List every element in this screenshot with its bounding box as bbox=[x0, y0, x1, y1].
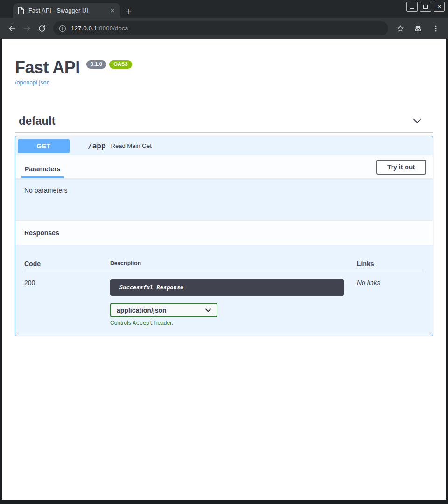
responses-table-header: Code Description Links bbox=[24, 245, 424, 272]
method-badge-get: GET bbox=[18, 139, 70, 153]
menu-dots-icon[interactable] bbox=[428, 21, 443, 36]
minimize-icon bbox=[410, 8, 414, 9]
chevron-down-icon[interactable] bbox=[413, 118, 422, 124]
version-badge: 0.1.0 bbox=[86, 60, 106, 69]
try-it-out-button[interactable]: Try it out bbox=[376, 160, 426, 175]
tab-title: Fast API - Swagger UI bbox=[28, 7, 105, 14]
column-header-code: Code bbox=[24, 260, 110, 267]
response-links: No links bbox=[357, 279, 424, 326]
browser-tab[interactable]: Fast API - Swagger UI ✕ bbox=[13, 3, 120, 18]
media-type-value: application/json bbox=[117, 307, 167, 314]
column-header-links: Links bbox=[357, 260, 424, 267]
address-bar[interactable]: 127.0.0.1:8000/docs bbox=[53, 21, 388, 35]
table-row: 200 Successful Response application/json bbox=[24, 272, 424, 326]
document-icon bbox=[18, 7, 24, 14]
browser-titlebar: Fast API - Swagger UI ✕ + ✕ bbox=[0, 0, 448, 18]
window-controls: ✕ bbox=[406, 2, 445, 12]
window-bottom-frame bbox=[0, 500, 448, 504]
bookmark-star-icon[interactable] bbox=[393, 21, 408, 36]
response-code: 200 bbox=[24, 279, 110, 326]
operation-summary[interactable]: GET /app Read Main Get bbox=[15, 136, 433, 155]
responses-table: Code Description Links 200 Successful Re… bbox=[15, 245, 433, 336]
accept-header-hint: Controls Accept header. bbox=[110, 320, 357, 326]
maximize-button[interactable] bbox=[420, 2, 431, 12]
response-description-box: Successful Response bbox=[110, 279, 344, 296]
maximize-icon bbox=[423, 5, 428, 9]
page-content: Fast API 0.1.0 OAS3 /openapi.json defaul… bbox=[2, 39, 446, 500]
badges: 0.1.0 OAS3 bbox=[86, 60, 132, 69]
operation-path: /app bbox=[88, 141, 106, 150]
tag-section-default[interactable]: default bbox=[15, 114, 433, 133]
url-host: 127.0.0.1 bbox=[71, 25, 97, 32]
url-path: :8000/docs bbox=[97, 25, 128, 32]
back-button[interactable] bbox=[5, 21, 20, 36]
parameters-header: Parameters Try it out bbox=[15, 155, 433, 179]
incognito-icon[interactable] bbox=[411, 21, 426, 36]
description-cell: Successful Response application/json Con… bbox=[110, 279, 357, 326]
tag-title: default bbox=[19, 114, 56, 127]
browser-toolbar: 127.0.0.1:8000/docs bbox=[0, 18, 448, 39]
operation-description: Read Main Get bbox=[111, 142, 152, 149]
forward-button[interactable] bbox=[20, 21, 35, 36]
tab-close-icon[interactable]: ✕ bbox=[109, 7, 116, 14]
select-chevron-icon bbox=[205, 308, 211, 312]
column-header-description: Description bbox=[110, 260, 357, 267]
minimize-button[interactable] bbox=[406, 2, 418, 12]
tab-parameters[interactable]: Parameters bbox=[21, 165, 64, 178]
new-tab-button[interactable]: + bbox=[123, 5, 135, 17]
media-type-select[interactable]: application/json bbox=[110, 303, 217, 317]
toolbar-actions bbox=[393, 21, 443, 36]
opblock-get-app: GET /app Read Main Get Parameters Try it… bbox=[15, 136, 433, 336]
openapi-spec-link[interactable]: /openapi.json bbox=[15, 79, 49, 86]
accept-code: Accept bbox=[133, 320, 153, 326]
no-parameters-text: No parameters bbox=[15, 179, 433, 220]
api-info: Fast API 0.1.0 OAS3 bbox=[15, 59, 433, 76]
site-info-icon[interactable] bbox=[59, 25, 66, 32]
responses-header: Responses bbox=[15, 220, 433, 245]
close-button[interactable]: ✕ bbox=[434, 2, 445, 12]
url-text: 127.0.0.1:8000/docs bbox=[71, 25, 128, 32]
oas3-badge: OAS3 bbox=[109, 60, 132, 69]
page-title: Fast API bbox=[15, 59, 80, 76]
reload-button[interactable] bbox=[35, 21, 49, 36]
